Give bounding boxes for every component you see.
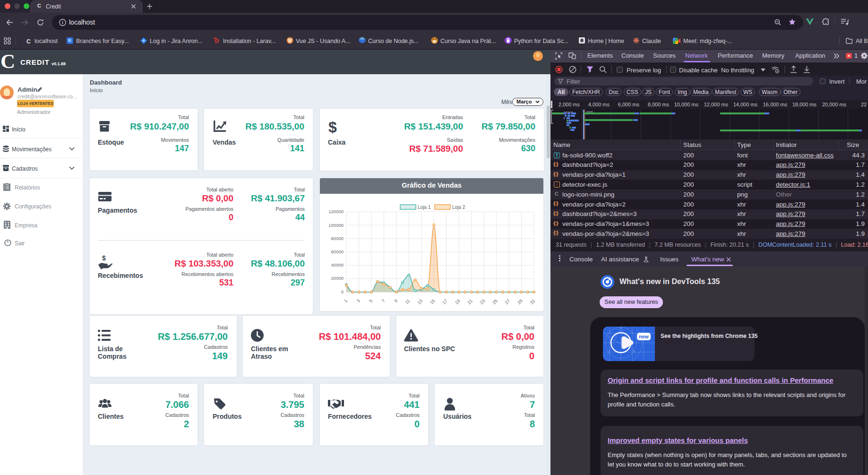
svg-text:Loja 1: Loja 1	[418, 205, 431, 210]
svg-text:$: $	[102, 254, 106, 262]
svg-text:5: 5	[368, 298, 374, 304]
svg-text:27: 27	[504, 298, 511, 305]
svg-text:120000: 120000	[328, 209, 344, 214]
svg-text:29: 29	[516, 298, 524, 305]
svg-text:60000: 60000	[331, 249, 344, 254]
svg-text:3: 3	[355, 298, 361, 304]
svg-text:0: 0	[341, 289, 344, 294]
svg-text:40000: 40000	[331, 262, 344, 268]
svg-text:80000: 80000	[331, 236, 344, 241]
svg-text:31: 31	[529, 298, 536, 305]
svg-text:1: 1	[343, 298, 349, 304]
svg-text:100000: 100000	[328, 223, 344, 228]
svg-text:13: 13	[416, 298, 423, 305]
svg-text:20000: 20000	[331, 276, 344, 281]
svg-text:17: 17	[441, 298, 448, 305]
svg-text:19: 19	[454, 298, 461, 305]
svg-text:9: 9	[393, 298, 399, 304]
svg-text:Loja 2: Loja 2	[452, 205, 465, 210]
svg-text:23: 23	[479, 298, 486, 305]
svg-text:7: 7	[380, 298, 386, 304]
svg-text:15: 15	[429, 298, 436, 305]
svg-text:21: 21	[466, 298, 473, 305]
svg-text:25: 25	[491, 298, 498, 305]
svg-text:11: 11	[404, 298, 411, 305]
